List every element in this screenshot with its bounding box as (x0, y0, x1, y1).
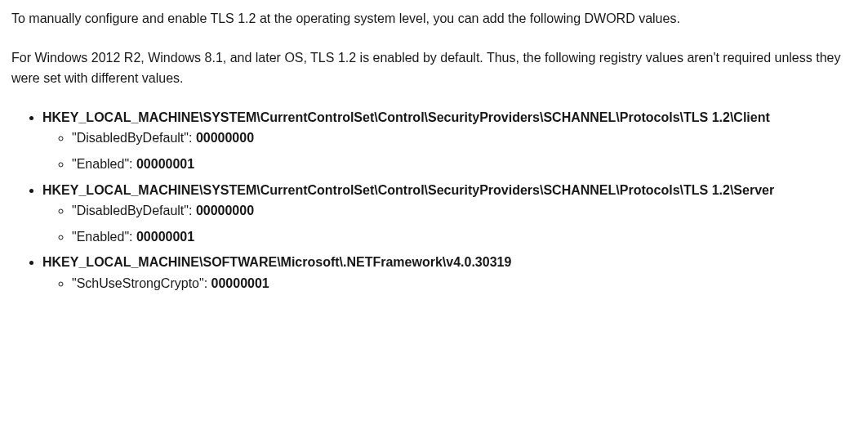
registry-path: HKEY_LOCAL_MACHINE\SOFTWARE\Microsoft\.N… (42, 255, 511, 269)
registry-key-item: HKEY_LOCAL_MACHINE\SOFTWARE\Microsoft\.N… (42, 252, 857, 293)
registry-key-item: HKEY_LOCAL_MACHINE\SYSTEM\CurrentControl… (42, 107, 857, 175)
registry-value-name: "DisabledByDefault": (72, 204, 196, 217)
registry-path: HKEY_LOCAL_MACHINE\SYSTEM\CurrentControl… (42, 183, 774, 197)
registry-value-item: "Enabled": 00000001 (72, 226, 857, 248)
registry-value-data: 00000001 (211, 276, 269, 290)
registry-value-list: "DisabledByDefault": 00000000 "Enabled":… (42, 128, 857, 174)
registry-value-list: "SchUseStrongCrypto": 00000001 (42, 273, 857, 294)
registry-value-item: "DisabledByDefault": 00000000 (72, 128, 857, 149)
registry-value-name: "DisabledByDefault": (72, 131, 196, 145)
registry-value-item: "DisabledByDefault": 00000000 (72, 200, 857, 222)
registry-value-item: "Enabled": 00000001 (72, 154, 857, 175)
registry-key-list: HKEY_LOCAL_MACHINE\SYSTEM\CurrentControl… (11, 107, 857, 294)
registry-value-list: "DisabledByDefault": 00000000 "Enabled":… (42, 200, 857, 247)
intro-paragraph-2: For Windows 2012 R2, Windows 8.1, and la… (11, 47, 857, 89)
registry-value-name: "SchUseStrongCrypto": (72, 276, 211, 290)
registry-value-data: 00000000 (196, 204, 254, 217)
registry-path: HKEY_LOCAL_MACHINE\SYSTEM\CurrentControl… (42, 110, 770, 124)
registry-value-data: 00000000 (196, 131, 254, 145)
registry-key-item: HKEY_LOCAL_MACHINE\SYSTEM\CurrentControl… (42, 180, 857, 248)
registry-value-item: "SchUseStrongCrypto": 00000001 (72, 273, 857, 294)
intro-paragraph-1: To manually configure and enable TLS 1.2… (11, 8, 857, 29)
registry-value-name: "Enabled": (72, 230, 136, 244)
registry-value-data: 00000001 (136, 230, 194, 244)
registry-value-data: 00000001 (136, 157, 194, 171)
registry-value-name: "Enabled": (72, 157, 136, 171)
